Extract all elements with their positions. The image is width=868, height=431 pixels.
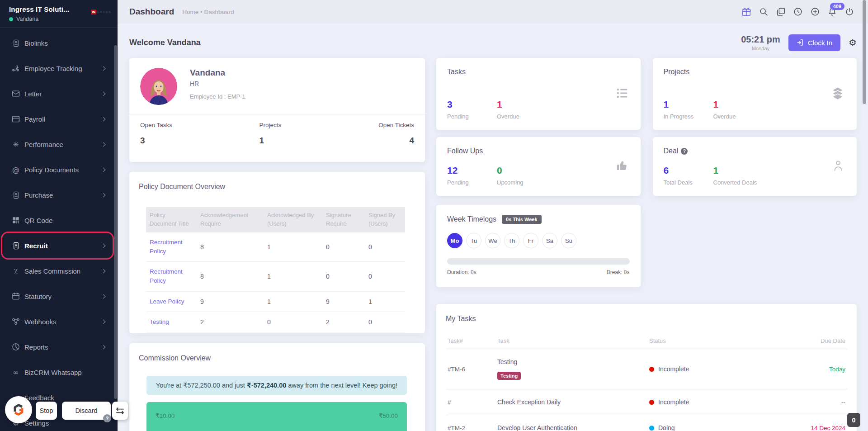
dashboard-settings-gear-icon[interactable]: ⚙ [849, 37, 857, 48]
time-value: 05:21 pm [741, 34, 780, 45]
bell-icon[interactable]: 409 [827, 7, 837, 17]
recorder-logo-button[interactable] [5, 396, 32, 423]
metric-overdue: 1 Overdue [713, 99, 757, 120]
sidebar-item-recruit[interactable]: Recruit [0, 235, 118, 256]
sidebar-item-purchase[interactable]: Purchase [0, 184, 118, 206]
chevron-right-icon [101, 66, 106, 71]
metric-in-progress: 1 In Progress [664, 99, 707, 120]
id-badge-icon [11, 39, 21, 47]
sidebar-item-policy-documents[interactable]: @ Policy Documents [0, 159, 118, 180]
task-status: Incomplete [647, 360, 797, 378]
day-mo[interactable]: Mo [447, 233, 462, 248]
welcome-heading: Welcome Vandana [129, 38, 201, 47]
task-name: Develop User Authentication [495, 415, 647, 431]
status-dot-icon [649, 426, 654, 431]
policy-link[interactable]: Testing [146, 312, 197, 332]
sidebar-item-webhooks[interactable]: Webhooks [0, 311, 118, 332]
sidebar-item-employee-tracking[interactable]: Employee Tracking [0, 57, 118, 79]
swap-button[interactable] [112, 402, 128, 420]
policy-link[interactable]: Leave Policy [146, 292, 197, 312]
card-title: Policy Document Overview [129, 183, 425, 191]
help-icon[interactable]: ? [681, 148, 688, 155]
percent-icon: ٪ [11, 267, 21, 275]
sidebar-item-performance[interactable]: ✳ Performance [0, 133, 118, 155]
sidebar-item-biolinks[interactable]: Biolinks [0, 32, 118, 54]
welcome-row: Welcome Vandana 05:21 pm Monday Clock In… [129, 27, 857, 58]
page-scrollbar[interactable] [863, 0, 866, 104]
profile-employee-id: Employee Id : EMP-1 [190, 93, 245, 100]
commission-bar-min: ₹10.00 [156, 412, 175, 431]
task-name: Testing Testing [495, 349, 647, 389]
chevron-right-icon [101, 345, 106, 349]
panel-icon [11, 114, 21, 123]
recorder-help-icon[interactable]: ? [103, 414, 111, 422]
policy-table-row: Testing 2 0 2 0 [146, 312, 405, 332]
sidebar-item-bizcrm-whatsapp[interactable]: ∞ BizCRM Whatsapp [0, 361, 118, 383]
gift-icon[interactable] [741, 7, 751, 17]
policy-link[interactable]: Recruitment Policy [146, 232, 197, 262]
search-icon[interactable] [759, 7, 769, 17]
notification-badge: 409 [830, 3, 844, 10]
workspace-user-name: Vandana [16, 16, 38, 22]
day-th[interactable]: Th [504, 233, 519, 248]
qr-icon [11, 216, 21, 224]
power-icon[interactable] [844, 7, 854, 17]
task-row: #TM-6 Testing Testing Incomplete Today [446, 349, 847, 389]
profile-card: Vandana HR Employee Id : EMP-1 Open Task… [129, 58, 425, 162]
policy-link[interactable]: Recruitment Policy [146, 262, 197, 291]
person-icon [831, 159, 845, 174]
day-name: Monday [741, 46, 780, 51]
plus-circle-icon[interactable] [810, 7, 820, 17]
timelog-progress-bar [447, 258, 630, 265]
scooter-icon [11, 64, 21, 73]
workspace-user: Vandana [9, 16, 69, 22]
stop-button[interactable]: Stop [36, 402, 57, 420]
status-dot-icon [649, 367, 654, 372]
sidebar-item-payroll[interactable]: Payroll [0, 108, 118, 130]
avatar [140, 68, 177, 105]
webhook-icon [11, 317, 21, 326]
clock-icon[interactable] [793, 7, 803, 17]
tasks-card: Tasks 3 Pending 1 Overdue [436, 58, 641, 130]
sidebar-item-reports[interactable]: Reports [0, 336, 118, 358]
profile-name: Vandana [190, 68, 245, 78]
topbar: Dashboard Home • Dashboard 409 [118, 0, 868, 24]
task-tag-badge: Testing [497, 372, 521, 380]
chevron-right-icon [101, 193, 106, 197]
day-su[interactable]: Su [561, 233, 576, 248]
stat-open-tasks: Open Tasks 3 [140, 122, 259, 162]
week-timelogs-card: Week Timelogs 0s This Week Mo Tu We Th F… [436, 205, 641, 287]
workspace-header[interactable]: Ingress IT Soluti... Vandana INGRESS [0, 0, 118, 28]
sidebar-item-sales-commission[interactable]: ٪ Sales Commission [0, 260, 118, 282]
deal-card: Deal? 6 Total Deals 1 Converted Deals [653, 137, 857, 196]
follow-ups-card: Follow Ups 12 Pending 0 Upcoming [436, 137, 641, 196]
sidebar-item-letter[interactable]: Letter [0, 83, 118, 104]
metric-pending: 3 Pending [447, 99, 491, 120]
day-tu[interactable]: Tu [466, 233, 481, 248]
card-title: Commission Overview [129, 354, 425, 362]
clock-in-button[interactable]: Clock In [788, 34, 840, 51]
card-title: My Tasks [446, 315, 847, 323]
layers-icon [830, 86, 845, 102]
policy-table-row: Leave Policy 9 1 9 1 [146, 292, 405, 312]
workspace-name: Ingress IT Soluti... [9, 5, 69, 13]
main-content: Welcome Vandana 05:21 pm Monday Clock In… [118, 24, 868, 431]
metric-overdue: 1 Overdue [497, 99, 540, 120]
sidebar-item-statutory[interactable]: Statutory [0, 285, 118, 307]
sidebar-scrollbar[interactable] [114, 45, 117, 399]
chevron-right-icon [101, 294, 106, 298]
day-fr[interactable]: Fr [523, 233, 538, 248]
list-icon [615, 86, 629, 102]
chevron-right-icon [101, 167, 106, 172]
sidebar-item-qr-code[interactable]: QR Code [0, 209, 118, 231]
sparkle-icon: ✳ [11, 140, 21, 149]
day-we[interactable]: We [485, 233, 500, 248]
task-status: Doing [647, 419, 797, 431]
brand-logo: INGRESS [91, 10, 111, 27]
commission-bar-max: ₹50.00 [379, 412, 398, 431]
break-label: Break: 0s [607, 269, 630, 275]
copy-icon[interactable] [776, 7, 786, 17]
day-sa[interactable]: Sa [542, 233, 557, 248]
thumbs-up-icon [615, 159, 629, 174]
corner-count-badge: 0 [847, 413, 860, 427]
